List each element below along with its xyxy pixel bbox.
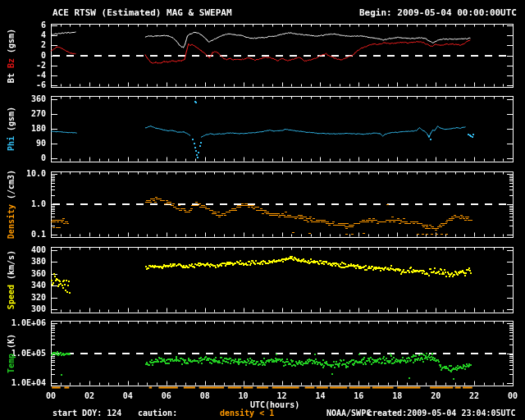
y-axis-label-part: (/cm3) [7, 170, 16, 199]
plot-title: ACE RTSW (Estimated) MAG & SWEPAM [52, 7, 232, 18]
ace-rtsw-plot: ACE RTSW (Estimated) MAG & SWEPAM Begin:… [0, 0, 525, 420]
xtick-label: 18 [386, 391, 408, 401]
xtick-label: 00 [40, 391, 62, 401]
y-axis-label-part: (K) [7, 333, 16, 348]
y-axis-label-temp: Temp (K) [7, 292, 16, 415]
y-axis-label-part: (gsm) [7, 28, 16, 52]
xtick-label: 02 [79, 391, 100, 401]
plot-canvas [0, 0, 525, 420]
y-axis-label-part: Bz [7, 53, 16, 68]
caution-value: density < 1 [220, 409, 274, 418]
caution-label: caution: [138, 409, 177, 418]
xtick-label: 22 [463, 391, 485, 401]
xtick-label: 04 [117, 391, 139, 401]
y-axis-label-part: (km/s) [7, 250, 16, 280]
xtick-label: 00 [502, 391, 523, 401]
xtick-label: 08 [194, 391, 216, 401]
agency-label: NOAA/SWPC [326, 409, 371, 418]
begin-timestamp: Begin: 2009-05-04 00:00:00UTC [359, 7, 517, 18]
start-doy-label: start DOY: 124 [52, 409, 121, 418]
xtick-label: 16 [348, 391, 369, 401]
xtick-label: 14 [309, 391, 331, 401]
xtick-label: 06 [156, 391, 177, 401]
y-axis-label-part: (gsm) [7, 107, 16, 131]
y-axis-label-part: Temp [7, 348, 16, 372]
created-timestamp: created:2009-05-04 23:04:05UTC [368, 409, 516, 418]
xtick-label: 20 [425, 391, 446, 401]
